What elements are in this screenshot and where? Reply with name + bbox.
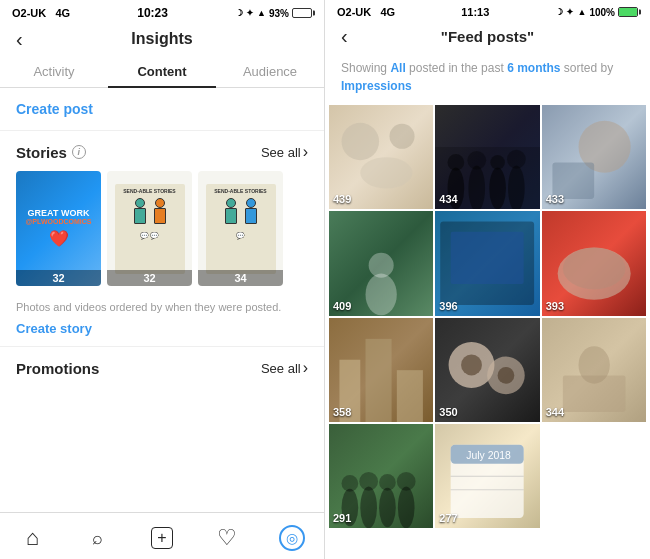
figure-body-4 [245,208,257,224]
left-panel: O2-UK 4G 10:23 ☽ ✦ ▲ 93% ‹ Insights Acti… [0,0,325,559]
tab-audience[interactable]: Audience [216,54,324,87]
promotions-title-text: Promotions [16,360,99,377]
grid-item-6[interactable]: 393 [542,211,646,315]
figure-body-2 [154,208,166,224]
svg-point-18 [563,248,626,290]
grid-item-4[interactable]: 409 [329,211,433,315]
svg-point-27 [578,346,609,384]
bottom-nav-left: ⌂ ⌕ + ♡ ◎ [0,512,324,559]
grid-item-8[interactable]: 350 [435,318,539,422]
photo-grid: 439 434 [327,105,648,528]
create-icon: + [151,527,173,549]
back-button-right[interactable]: ‹ [341,25,348,48]
profile-icon: ◎ [279,525,305,551]
nav-home[interactable]: ⌂ [0,521,65,555]
grid-item-3[interactable]: 433 [542,105,646,209]
figure-head-1 [135,198,145,208]
svg-point-33 [379,474,396,491]
story-card-1[interactable]: GREAT WORK @PLWOODCOMICS ❤️ 32 [16,171,101,286]
battery-percent-right: 100% [589,7,615,18]
svg-point-23 [461,354,482,375]
battery-icon-left [292,8,312,18]
stories-section: Stories i See all GREAT WORK @PLWOODCOMI… [0,131,324,292]
wifi-icon-right: ▲ [577,7,586,17]
stories-title-text: Stories [16,144,67,161]
stories-header: Stories i See all [16,143,308,161]
svg-rect-21 [397,370,423,422]
story-card-3[interactable]: SEND-ABLE STORIES 💬 [198,171,283,286]
grid-item-2[interactable]: 434 [435,105,539,209]
svg-point-8 [491,155,506,170]
tab-content[interactable]: Content [108,54,216,87]
story-2-comic: SEND-ABLE STORIES 💬 [115,184,185,274]
story-card-1-content: GREAT WORK @PLWOODCOMICS ❤️ [16,171,101,286]
tabs-left: Activity Content Audience [0,54,324,88]
svg-point-25 [498,367,515,384]
post-count-6: 393 [546,300,564,312]
filter-all[interactable]: All [390,61,405,75]
filter-sort[interactable]: Impressions [341,79,412,93]
nav-search[interactable]: ⌕ [65,521,130,555]
filter-middle: posted in the past [406,61,507,75]
promotions-see-all[interactable]: See all [261,359,308,377]
story-3-count: 34 [198,270,283,286]
svg-point-13 [366,274,397,316]
page-title-right: "Feed posts" [441,28,534,45]
svg-point-2 [360,157,412,188]
post-count-4: 409 [333,300,351,312]
svg-point-7 [490,168,507,210]
promotions-section: Promotions See all [0,346,324,393]
svg-point-30 [360,487,377,529]
create-post-link[interactable]: Create post [16,101,93,117]
story-3-comic: SEND-ABLE STORIES 💬 [206,184,276,274]
story-3-wrapper: SEND-ABLE STORIES 💬 [198,171,283,286]
right-panel: O2-UK 4G 11:13 ☽ ✦ ▲ 100% ‹ "Feed posts"… [325,0,650,559]
search-icon: ⌕ [92,528,103,549]
stories-title: Stories i [16,144,86,161]
home-icon: ⌂ [26,525,39,551]
grid-item-11[interactable]: July 2018 277 [435,424,539,528]
comic-figure-3 [223,198,239,228]
grid-item-7[interactable]: 358 [329,318,433,422]
figure-head-3 [226,198,236,208]
carrier-text: O2-UK [12,7,46,19]
promotions-title: Promotions [16,360,99,377]
post-count-1: 439 [333,193,351,205]
post-count-3: 433 [546,193,564,205]
back-button-left[interactable]: ‹ [16,28,23,51]
nav-profile[interactable]: ◎ [259,521,324,555]
grid-item-9[interactable]: 344 [542,318,646,422]
status-bar-right: O2-UK 4G 11:13 ☽ ✦ ▲ 100% [325,0,650,22]
grid-item-10[interactable]: 291 [329,424,433,528]
story-caption: Photos and videos ordered by when they w… [0,292,324,319]
create-post-bar: Create post [0,88,324,131]
heart-icon: ♡ [217,525,237,551]
stories-see-all[interactable]: See all [261,143,308,161]
grid-item-5[interactable]: 396 [435,211,539,315]
nav-activity[interactable]: ♡ [194,521,259,555]
stories-info-icon[interactable]: i [72,145,86,159]
svg-point-31 [359,472,378,491]
svg-text:July 2018: July 2018 [467,451,512,462]
svg-point-0 [342,123,380,161]
story-card-2[interactable]: SEND-ABLE STORIES 💬 [107,171,192,286]
create-story-link[interactable]: Create story [0,319,324,346]
moon-icon-right: ☽ [555,7,563,17]
comic-figure-4 [243,198,259,228]
header-left: ‹ Insights [0,24,324,54]
tab-activity[interactable]: Activity [0,54,108,87]
svg-point-9 [508,166,525,210]
filter-months[interactable]: 6 months [507,61,560,75]
grid-item-1[interactable]: 439 [329,105,433,209]
page-title-left: Insights [131,30,192,48]
figure-body-1 [134,208,146,224]
battery-fill-right [619,8,637,16]
svg-point-29 [342,475,359,492]
nav-create[interactable]: + [130,521,195,555]
speech-bubble: 💬 💬 [140,232,160,240]
svg-point-4 [448,154,465,171]
filter-suffix: sorted by [560,61,613,75]
carrier-right: O2-UK 4G [337,6,395,18]
svg-point-1 [390,124,415,149]
time-right: 11:13 [461,6,489,18]
